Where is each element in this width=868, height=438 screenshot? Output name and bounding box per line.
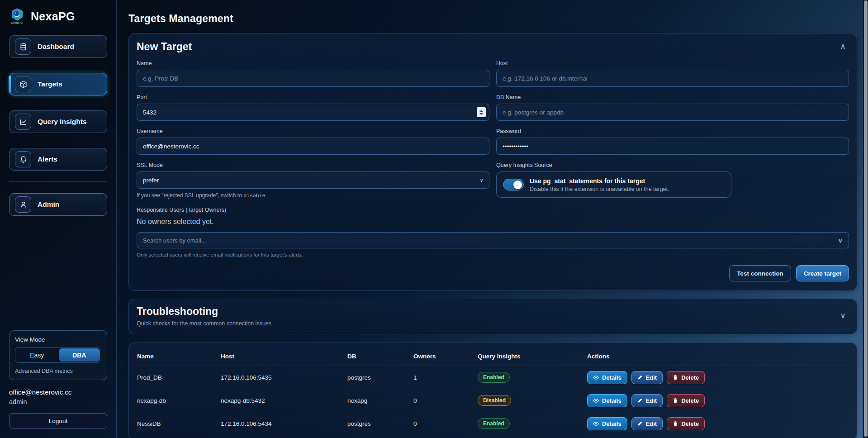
- cell-actions: Details Edit Delete: [586, 366, 849, 389]
- cell-owners: 0: [413, 389, 477, 412]
- port-input[interactable]: [137, 104, 489, 121]
- port-label: Port: [137, 94, 489, 100]
- qi-toggle-subtitle: Disable this if the extension is unavail…: [530, 186, 669, 192]
- user-email: office@nesterovic.cc: [9, 388, 107, 396]
- sidebar-item-label: Dashboard: [38, 43, 74, 51]
- edit-button[interactable]: Edit: [631, 371, 663, 384]
- ssl-mode-select[interactable]: prefer ∨: [137, 171, 489, 189]
- cell-query-insights: Enabled: [477, 412, 586, 435]
- trash-icon: [673, 421, 678, 426]
- cell-host: nexapg-db:5432: [220, 389, 346, 412]
- eye-icon: [593, 375, 599, 381]
- col-actions: Actions: [586, 346, 849, 366]
- username-label: Username: [137, 128, 489, 134]
- vertical-scrollbar[interactable]: [863, 0, 868, 438]
- scrollbar-thumb[interactable]: [864, 0, 868, 437]
- database-icon: [15, 38, 31, 55]
- chevron-down-icon[interactable]: ∨: [840, 311, 846, 320]
- username-input[interactable]: [137, 138, 489, 155]
- edit-button[interactable]: Edit: [631, 394, 663, 407]
- col-db: DB: [346, 346, 413, 366]
- chevron-up-icon[interactable]: ∧: [840, 42, 846, 51]
- trash-icon: [673, 375, 678, 380]
- table-row: NessiDB 172.16.0.106:5434 postgres 0 Ena…: [136, 412, 849, 435]
- table-row: Prod_DB 172.16.0.106:5435 postgres 1 Ena…: [136, 366, 849, 389]
- cell-name: Prod_DB: [136, 366, 220, 389]
- nexapg-logo-icon: [10, 8, 24, 22]
- col-owners: Owners: [413, 346, 477, 366]
- troubleshooting-title: Troubleshooting: [137, 305, 849, 318]
- person-icon: [15, 196, 31, 213]
- brand-title: NexaPG: [31, 10, 75, 23]
- view-mode-option-easy[interactable]: Easy: [16, 348, 58, 362]
- details-button[interactable]: Details: [587, 417, 627, 430]
- host-label: Host: [496, 60, 849, 67]
- cell-name: NessiDB: [136, 412, 220, 435]
- cell-owners: 1: [413, 366, 477, 389]
- status-badge: Disabled: [478, 395, 511, 406]
- number-stepper[interactable]: [477, 107, 486, 117]
- dropdown-caret-button[interactable]: v: [832, 233, 849, 248]
- bell-icon: [15, 151, 31, 167]
- troubleshooting-subtitle: Quick checks for the most common connect…: [137, 320, 849, 327]
- sidebar-item-alerts[interactable]: Alerts: [9, 148, 107, 171]
- app-logo: NexaPG: [9, 8, 25, 24]
- cell-host: 172.16.0.106:5434: [220, 412, 346, 435]
- sidebar-item-dashboard[interactable]: Dashboard: [9, 35, 107, 58]
- new-target-card: ∧ New Target Name Host Port DB Name: [128, 33, 857, 291]
- sidebar-divider: [9, 181, 107, 182]
- cell-query-insights: Enabled: [477, 366, 586, 389]
- sidebar-bottom: View Mode Easy DBA Advanced DBA metrics …: [9, 330, 107, 429]
- qi-source-label: Query Insights Source: [496, 162, 849, 168]
- delete-button[interactable]: Delete: [667, 394, 705, 407]
- chart-icon: [15, 114, 31, 130]
- new-target-form: Name Host Port DB Name Username: [137, 60, 849, 206]
- password-input[interactable]: [496, 138, 849, 155]
- sidebar-nav: Dashboard Targets Query Insights: [9, 35, 107, 171]
- delete-button[interactable]: Delete: [667, 417, 705, 430]
- brand: NexaPG NexaPG: [9, 8, 107, 24]
- view-mode-card: View Mode Easy DBA Advanced DBA metrics: [9, 330, 107, 380]
- chevron-down-icon: ∨: [479, 177, 484, 183]
- owner-search-input[interactable]: [137, 233, 832, 248]
- pencil-icon: [637, 375, 643, 380]
- password-label: Password: [496, 128, 849, 134]
- create-target-button[interactable]: Create target: [796, 265, 849, 281]
- owners-empty-text: No owners selected yet.: [137, 218, 849, 226]
- troubleshooting-card: ∨ Troubleshooting Quick checks for the m…: [128, 299, 857, 334]
- sidebar-item-label: Targets: [38, 80, 62, 88]
- page-title: Targets Management: [128, 13, 857, 25]
- view-mode-option-dba[interactable]: DBA: [59, 348, 100, 362]
- owner-search-note: Only selected users will receive email n…: [137, 252, 849, 257]
- name-input[interactable]: [137, 70, 489, 87]
- main-content: Targets Management ∧ New Target Name Hos…: [117, 0, 868, 438]
- edit-button[interactable]: Edit: [631, 417, 663, 430]
- cell-host: 172.16.0.106:5435: [220, 366, 346, 389]
- details-button[interactable]: Details: [587, 394, 627, 407]
- logout-button[interactable]: Logout: [9, 413, 107, 429]
- targets-table-body: Prod_DB 172.16.0.106:5435 postgres 1 Ena…: [136, 366, 849, 435]
- eye-icon: [593, 421, 599, 427]
- view-mode-toggle: Easy DBA: [15, 347, 101, 363]
- host-input[interactable]: [496, 70, 849, 87]
- ssl-help-text: If you see "rejected SSL upgrade", switc…: [137, 192, 489, 199]
- db-name-input[interactable]: [496, 104, 849, 121]
- delete-button[interactable]: Delete: [667, 371, 705, 384]
- pencil-icon: [637, 398, 643, 403]
- test-connection-button[interactable]: Test connection: [729, 265, 791, 281]
- qi-toggle[interactable]: [503, 179, 524, 190]
- cell-db: postgres: [346, 412, 413, 435]
- details-button[interactable]: Details: [587, 371, 627, 384]
- status-badge: Enabled: [478, 372, 510, 383]
- view-mode-label: View Mode: [15, 336, 101, 343]
- eye-icon: [593, 398, 599, 404]
- sidebar-item-label: Admin: [38, 200, 59, 209]
- new-target-title: New Target: [137, 41, 849, 53]
- sidebar-item-label: Query Insights: [38, 118, 87, 126]
- sidebar-item-query-insights[interactable]: Query Insights: [9, 110, 107, 133]
- sidebar-item-targets[interactable]: Targets: [9, 73, 107, 95]
- cell-db: nexapg: [346, 389, 413, 412]
- cell-query-insights: Disabled: [477, 389, 586, 412]
- sidebar-item-admin[interactable]: Admin: [9, 193, 107, 216]
- cell-actions: Details Edit Delete: [586, 389, 849, 412]
